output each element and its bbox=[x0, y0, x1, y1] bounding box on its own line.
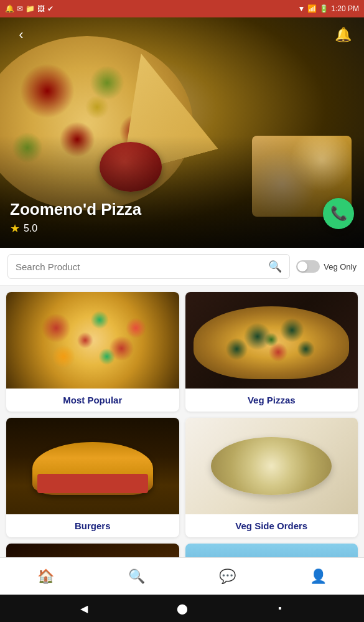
status-bar: 🔔 ✉ 📁 🖼 ✔ ▼ 📶 🔋 1:20 PM bbox=[0, 0, 364, 17]
category-image-veg-side-orders bbox=[185, 418, 358, 514]
burger-image bbox=[6, 418, 179, 514]
category-card-most-popular[interactable]: Most Popular bbox=[6, 292, 179, 412]
category-title-most-popular: Most Popular bbox=[6, 389, 179, 412]
star-icon: ★ bbox=[10, 222, 20, 235]
toggle-knob bbox=[297, 262, 307, 271]
android-back-button[interactable]: ◀ bbox=[70, 595, 98, 622]
category-card-veg-pizzas[interactable]: Veg Pizzas bbox=[185, 292, 358, 412]
search-section: 🔍 Veg Only bbox=[0, 248, 364, 286]
nav-item-orders[interactable]: 💬 bbox=[182, 568, 273, 585]
category-image-most-popular bbox=[6, 292, 179, 389]
image-icon: 🖼 bbox=[37, 4, 45, 13]
mail-icon: ✉ bbox=[17, 4, 23, 13]
pasta-image bbox=[185, 418, 358, 514]
top-navigation: ‹ 🔔 bbox=[0, 17, 364, 52]
check-icon: ✔ bbox=[47, 4, 54, 13]
restaurant-name: Zoomeno'd Pizza bbox=[10, 200, 141, 219]
category-card-veg-side-orders[interactable]: Veg Side Orders bbox=[185, 418, 358, 537]
orders-icon: 💬 bbox=[219, 568, 236, 585]
category-title-veg-pizzas: Veg Pizzas bbox=[185, 389, 358, 412]
battery-icon: 🔋 bbox=[319, 4, 329, 13]
pizza-veg-image bbox=[185, 292, 358, 389]
notification-icon: 🔔 bbox=[5, 4, 14, 13]
hero-info: Zoomeno'd Pizza ★ 5.0 bbox=[10, 200, 141, 235]
nav-item-home[interactable]: 🏠 bbox=[0, 568, 91, 585]
wifi-icon: ▼ bbox=[297, 4, 305, 13]
notification-button[interactable]: 🔔 bbox=[332, 24, 354, 46]
back-button[interactable]: ‹ bbox=[10, 24, 32, 46]
category-title-burgers: Burgers bbox=[6, 514, 179, 537]
search-bar: 🔍 bbox=[7, 254, 290, 279]
signal-icon: 📶 bbox=[307, 4, 317, 13]
nav-item-profile[interactable]: 👤 bbox=[273, 568, 364, 585]
call-button[interactable]: 📞 bbox=[323, 198, 354, 229]
search-input[interactable] bbox=[16, 262, 268, 272]
status-right: ▼ 📶 🔋 1:20 PM bbox=[297, 4, 359, 13]
rating-value: 5.0 bbox=[24, 223, 37, 234]
home-icon: 🏠 bbox=[37, 568, 54, 585]
category-title-veg-side-orders: Veg Side Orders bbox=[185, 514, 358, 537]
phone-icon: 📞 bbox=[330, 205, 347, 222]
search-icon[interactable]: 🔍 bbox=[268, 260, 282, 273]
time-display: 1:20 PM bbox=[331, 4, 359, 13]
android-home-button[interactable]: ⬤ bbox=[169, 595, 196, 622]
category-image-burgers bbox=[6, 418, 179, 514]
status-icons: 🔔 ✉ 📁 🖼 ✔ bbox=[5, 4, 54, 13]
profile-icon: 👤 bbox=[310, 568, 327, 585]
category-image-veg-pizzas bbox=[185, 292, 358, 389]
veg-label: Veg Only bbox=[324, 262, 357, 271]
nav-item-search[interactable]: 🔍 bbox=[91, 568, 182, 585]
bottom-navigation: 🏠 🔍 💬 👤 bbox=[0, 557, 364, 595]
rating-row: ★ 5.0 bbox=[10, 222, 141, 235]
veg-toggle-switch[interactable] bbox=[296, 260, 320, 273]
folder-icon: 📁 bbox=[26, 4, 35, 13]
android-recent-button[interactable]: ▪ bbox=[266, 595, 294, 622]
category-card-burgers[interactable]: Burgers bbox=[6, 418, 179, 537]
pizza-popular-image bbox=[6, 292, 179, 389]
android-navigation-bar: ◀ ⬤ ▪ bbox=[0, 595, 364, 622]
veg-toggle-container: Veg Only bbox=[296, 260, 357, 273]
search-nav-icon: 🔍 bbox=[128, 568, 145, 585]
